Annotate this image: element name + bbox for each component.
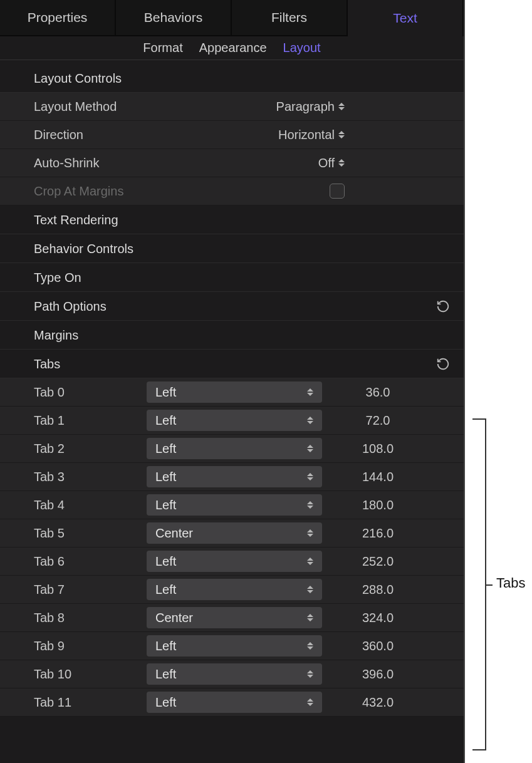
tab-name-label: Tab 5	[34, 526, 147, 541]
tab-position-value[interactable]: 144.0	[322, 470, 452, 484]
bracket-icon	[472, 418, 486, 750]
section-path-options-label: Path Options	[34, 299, 107, 313]
tab-position-value[interactable]: 396.0	[322, 667, 452, 682]
tab-row: Tab 5Center216.0	[0, 519, 464, 548]
tab-row: Tab 7Left288.0	[0, 576, 464, 604]
tab-name-label: Tab 11	[34, 695, 147, 710]
row-auto-shrink: Auto-Shrink Off	[0, 149, 464, 177]
annotation-area: Tabs	[465, 0, 532, 763]
tab-align-select[interactable]: Left	[147, 494, 322, 516]
tab-position-value[interactable]: 252.0	[322, 554, 452, 569]
tab-align-select[interactable]: Left	[147, 635, 322, 657]
tab-align-value: Left	[155, 583, 176, 597]
tab-align-select[interactable]: Left	[147, 692, 322, 713]
chevron-updown-icon	[307, 667, 316, 682]
section-margins[interactable]: Margins	[0, 321, 464, 350]
tab-align-select[interactable]: Left	[147, 466, 322, 487]
tab-row: Tab 8Center324.0	[0, 604, 464, 632]
tab-align-select[interactable]: Left	[147, 663, 322, 685]
stepper-icon[interactable]	[338, 155, 347, 170]
row-direction: Direction Horizontal	[0, 121, 464, 149]
chevron-updown-icon	[307, 413, 316, 428]
subtab-format[interactable]: Format	[143, 41, 182, 55]
chevron-updown-icon	[307, 638, 316, 653]
label-auto-shrink: Auto-Shrink	[34, 156, 216, 170]
tab-position-value[interactable]: 36.0	[322, 385, 452, 400]
tab-align-value: Left	[155, 385, 176, 400]
tab-position-value[interactable]: 360.0	[322, 639, 452, 653]
chevron-updown-icon	[307, 469, 316, 484]
inspector-top-tabs: Properties Behaviors Filters Text	[0, 0, 464, 36]
section-path-options[interactable]: Path Options	[0, 292, 464, 321]
row-layout-method: Layout Method Paragraph	[0, 93, 464, 121]
chevron-updown-icon	[307, 385, 316, 400]
tab-row: Tab 11Left432.0	[0, 688, 464, 717]
tab-position-value[interactable]: 288.0	[322, 583, 452, 597]
section-layout-controls[interactable]: Layout Controls	[0, 64, 464, 93]
tab-position-value[interactable]: 180.0	[322, 498, 452, 512]
tab-align-value: Left	[155, 470, 176, 484]
tab-row: Tab 0Left36.0	[0, 378, 464, 407]
tab-position-value[interactable]: 324.0	[322, 611, 452, 625]
tab-name-label: Tab 6	[34, 554, 147, 569]
tab-align-select[interactable]: Left	[147, 410, 322, 431]
tab-align-select[interactable]: Left	[147, 579, 322, 600]
value-direction[interactable]: Horizontal	[278, 128, 335, 142]
tab-name-label: Tab 9	[34, 639, 147, 653]
label-layout-method: Layout Method	[34, 100, 216, 114]
reset-icon[interactable]	[436, 299, 450, 313]
label-crop-at-margins: Crop At Margins	[34, 184, 216, 199]
chevron-updown-icon	[307, 695, 316, 710]
tab-row: Tab 4Left180.0	[0, 491, 464, 519]
tab-text[interactable]: Text	[348, 0, 464, 36]
tab-name-label: Tab 0	[34, 385, 147, 400]
section-tabs-label: Tabs	[34, 357, 60, 371]
tab-filters[interactable]: Filters	[232, 0, 348, 36]
tab-row: Tab 10Left396.0	[0, 660, 464, 688]
chevron-updown-icon	[307, 610, 316, 625]
tab-position-value[interactable]: 432.0	[322, 695, 452, 710]
tab-align-value: Left	[155, 695, 176, 710]
tabs-container: Tab 0Left36.0Tab 1Left72.0Tab 2Left108.0…	[0, 378, 464, 717]
tab-name-label: Tab 8	[34, 611, 147, 625]
tab-align-select[interactable]: Center	[147, 607, 322, 628]
tab-row: Tab 1Left72.0	[0, 407, 464, 435]
tab-align-value: Left	[155, 554, 176, 569]
tab-behaviors[interactable]: Behaviors	[116, 0, 232, 36]
section-tabs[interactable]: Tabs	[0, 350, 464, 378]
value-auto-shrink[interactable]: Off	[318, 156, 335, 170]
section-behavior-controls[interactable]: Behavior Controls	[0, 234, 464, 263]
tab-row: Tab 6Left252.0	[0, 548, 464, 576]
section-type-on[interactable]: Type On	[0, 263, 464, 292]
section-text-rendering[interactable]: Text Rendering	[0, 205, 464, 234]
tab-align-select[interactable]: Left	[147, 382, 322, 403]
tab-align-value: Center	[155, 526, 193, 541]
tab-position-value[interactable]: 72.0	[322, 413, 452, 428]
chevron-updown-icon	[307, 441, 316, 456]
tab-align-select[interactable]: Center	[147, 522, 322, 544]
tab-position-value[interactable]: 216.0	[322, 526, 452, 541]
tab-position-value[interactable]: 108.0	[322, 442, 452, 456]
tab-properties[interactable]: Properties	[0, 0, 116, 36]
tab-align-value: Left	[155, 667, 176, 682]
text-sub-tabs: Format Appearance Layout	[0, 36, 464, 60]
tab-row: Tab 2Left108.0	[0, 435, 464, 463]
chevron-updown-icon	[307, 497, 316, 512]
tab-row: Tab 9Left360.0	[0, 632, 464, 660]
subtab-layout[interactable]: Layout	[283, 41, 321, 55]
chevron-updown-icon	[307, 582, 316, 597]
tab-align-value: Left	[155, 498, 176, 512]
tab-align-value: Left	[155, 639, 176, 653]
value-layout-method[interactable]: Paragraph	[276, 100, 335, 114]
checkbox-crop-at-margins	[330, 184, 345, 199]
tab-name-label: Tab 3	[34, 470, 147, 484]
subtab-appearance[interactable]: Appearance	[199, 41, 267, 55]
tab-name-label: Tab 2	[34, 442, 147, 456]
tab-align-select[interactable]: Left	[147, 438, 322, 459]
stepper-icon[interactable]	[338, 99, 347, 114]
chevron-updown-icon	[307, 554, 316, 569]
reset-icon[interactable]	[436, 357, 450, 371]
stepper-icon[interactable]	[338, 127, 347, 142]
tab-align-select[interactable]: Left	[147, 551, 322, 572]
chevron-updown-icon	[307, 526, 316, 541]
